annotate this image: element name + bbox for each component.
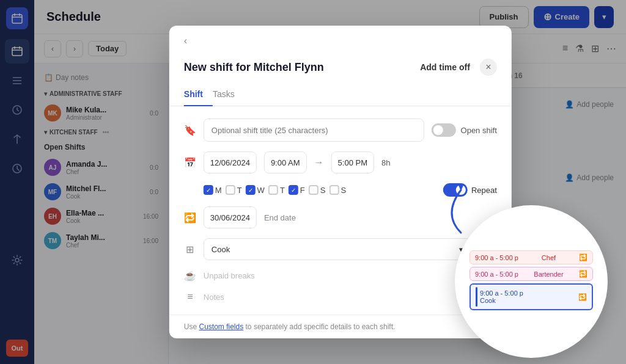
day-monday[interactable]: ✓ M [204,185,222,195]
day-w-checkbox[interactable]: ✓ [246,185,256,195]
day-t1-checkbox[interactable] [226,185,235,195]
shift-card-chef: 9:00 a - 5:00 p Chef 🔁 [470,250,593,264]
end-date-label: End date [264,213,296,222]
shift-card-bartender: 9:00 a - 5:00 p Bartender 🔁 [470,267,593,281]
shift-repeat-icon-3: 🔁 [578,293,587,301]
end-time-input[interactable]: 5:00 PM [331,151,374,173]
duration-display: 8h [381,158,390,167]
day-s2-checkbox[interactable] [329,185,339,195]
bookmark-icon: 🔖 [184,125,196,136]
modal-close-button[interactable]: × [480,59,497,76]
modal-footer: Use Custom fields to separately add spec… [169,315,512,338]
day-t2-checkbox[interactable] [268,185,278,195]
position-select[interactable]: Cook ▾ [204,238,471,260]
day-tuesday[interactable]: T [226,185,242,195]
time-arrow-icon: → [314,157,324,168]
notes-icon: ≡ [184,291,196,302]
end-date-input[interactable]: 30/06/2024 [204,206,257,228]
notes-row: ≡ Notes [184,291,497,302]
day-wednesday[interactable]: ✓ W [246,185,265,195]
calendar-icon: 📅 [184,157,196,169]
breaks-icon: ☕ [184,270,196,282]
position-icon: ⊞ [184,244,196,255]
open-shift-toggle-control[interactable] [432,123,456,137]
tab-shift[interactable]: Shift [184,83,213,106]
add-time-off-button[interactable]: Add time off [420,62,470,72]
day-sunday[interactable]: S [329,185,346,195]
tab-tasks[interactable]: Tasks [213,83,245,106]
date-time-row: 📅 12/06/2024 9:00 AM → 5:00 PM 8h [184,151,497,173]
shift-title-row: 🔖 Open shift [184,118,497,142]
breaks-row: ☕ Unpaid breaks [184,270,497,282]
shift-title-input[interactable] [204,118,424,142]
days-checkboxes: ✓ M T ✓ W T ✓ F [204,185,346,195]
day-f-checkbox[interactable]: ✓ [289,185,298,195]
modal-title: New shift for Mitchel Flynn [184,61,324,74]
svg-marker-16 [458,184,464,191]
circle-annotation-inner: 9:00 a - 5:00 p Chef 🔁 9:00 a - 5:00 p B… [455,236,608,327]
modal-header: New shift for Mitchel Flynn Add time off… [169,46,512,76]
breaks-input[interactable]: Unpaid breaks [204,271,255,280]
shift-repeat-icon: 🔁 [579,253,587,261]
modal-tabs: Shift Tasks [169,83,512,106]
shift-card-cook-info: 9:00 a - 5:00 p Cook [480,289,523,304]
day-saturday[interactable]: S [309,185,326,195]
modal-back-button[interactable]: ‹ [169,26,512,46]
day-s1-checkbox[interactable] [309,185,319,195]
day-friday[interactable]: ✓ F [289,185,305,195]
day-m-checkbox[interactable]: ✓ [204,185,213,195]
shift-repeat-icon-2: 🔁 [579,270,587,278]
repeat-icon: 🔁 [184,212,196,224]
shift-bar [476,287,477,307]
position-row: ⊞ Cook ▾ ▾ [184,238,497,260]
custom-fields-link[interactable]: Custom fields [199,322,243,331]
date-input[interactable]: 12/06/2024 [204,151,257,173]
annotation-arrow [424,178,485,239]
day-thursday[interactable]: T [268,185,285,195]
modal-header-right: Add time off × [420,59,497,76]
notes-input[interactable]: Notes [204,293,224,302]
open-shift-toggle: Open shift [432,123,497,137]
start-time-input[interactable]: 9:00 AM [264,151,307,173]
shift-card-cook: 9:00 a - 5:00 p Cook 🔁 [470,283,593,310]
